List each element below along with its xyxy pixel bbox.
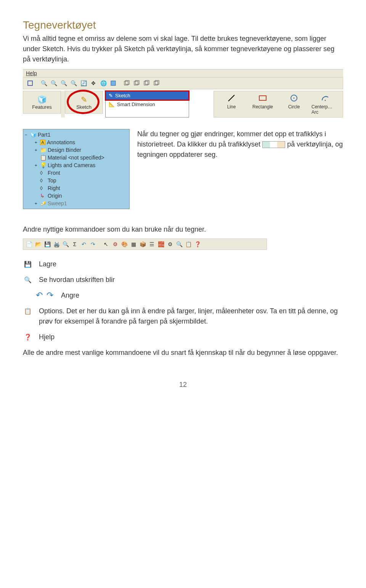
tool-line-label: Line [227,104,236,110]
preview-large-icon: 🔍 [23,275,33,285]
zoom-in-icon[interactable]: 🔍 [39,79,48,87]
sketch-pencil-icon: ✎ [81,95,87,104]
svg-line-10 [228,95,234,101]
texture-icon[interactable]: 🧱 [157,240,165,248]
view-toolbar: 🔍 🔍 🔍 🔍 🔄 ✥ 🌐 [23,77,343,89]
tree-sweep[interactable]: +🧈Sweep1 [23,200,129,207]
tree-lights-label: Lights and Cameras [48,162,95,168]
rotate-icon[interactable]: 🔄 [79,79,88,87]
sketch-tools-bar: Line Rectangle Circle Centerp… Arc [214,91,343,118]
sketch-menu-sketch-label: Sketch [115,93,130,98]
intro-paragraph: Vi må alltid tegne et omriss av delene s… [23,34,343,64]
tool-rectangle[interactable]: Rectangle [249,93,276,115]
sketch-tab-label: Sketch [76,104,92,110]
color-icon[interactable]: 🎨 [120,240,128,248]
options-icon[interactable]: ⚙ [166,240,174,248]
save-large-icon: 💾 [23,259,33,269]
svg-rect-11 [259,96,266,100]
sigma-icon[interactable]: Σ [71,240,79,248]
tree-right[interactable]: ◊Right [23,184,129,192]
line-icon [227,93,236,103]
zoom-out-icon[interactable]: 🔍 [69,79,78,87]
tree-front-label: Front [48,170,60,176]
feature-tree[interactable]: −🧊Part1 +AAnnotations +📁Design Binder 📋M… [23,129,130,209]
help-icon[interactable]: ❓ [193,240,202,248]
circle-icon [289,93,299,103]
traffic-light-icon [262,141,285,148]
help-label: Hjelp [39,332,343,342]
tree-lights[interactable]: +💡Lights and Cameras [23,161,129,169]
tree-material[interactable]: 📋Material <not specified> [23,154,129,161]
tree-annotations-label: Annotations [47,139,75,145]
box-icon[interactable] [109,79,118,87]
menu-help[interactable]: Help [26,70,37,76]
features-tab[interactable]: 🧊 Features [23,91,61,114]
sketch-tab[interactable]: ✎ Sketch [65,91,103,114]
lights-icon: 💡 [40,162,46,168]
tool-line[interactable]: Line [218,93,245,115]
tree-part-label: Part1 [38,132,50,138]
features-label: Features [32,104,51,110]
open-icon[interactable]: 📂 [34,240,42,248]
tree-part[interactable]: −🧊Part1 [23,131,129,139]
arc-icon [321,93,330,103]
undo-icon[interactable]: ↶ [80,240,88,248]
save-icon[interactable]: 💾 [43,240,51,248]
plane-icon: ◊ [40,170,46,176]
sketch-pen-icon: ✎ [109,93,113,98]
wireframe1-icon[interactable] [122,79,132,87]
new-icon[interactable]: 📄 [25,240,33,248]
save-label: Lagre [39,259,343,269]
svg-point-14 [325,100,326,101]
sketch-menu-item-sketch[interactable]: ✎ Sketch [106,91,189,100]
options2-icon[interactable]: 📋 [184,240,193,248]
svg-point-13 [294,98,295,99]
print-icon[interactable]: 🖨️ [52,240,61,248]
search2-icon[interactable]: 🔍 [175,240,183,248]
tree-top[interactable]: ◊Top [23,177,129,184]
tree-designbinder-label: Design Binder [48,147,81,153]
wireframe4-icon[interactable] [152,79,161,87]
plane-icon: ◊ [40,177,46,184]
undo-large-icon: ↶ [34,290,44,300]
rebuild-icon[interactable]: ⚙ [111,240,119,248]
orient-icon[interactable] [26,79,35,87]
commands-heading: Andre nyttige kommandoer som du kan bruk… [23,224,343,235]
redo-icon[interactable]: ↷ [89,240,97,248]
grid-icon[interactable]: ▦ [129,240,138,248]
pan-icon[interactable]: ✥ [89,79,98,87]
preview-icon[interactable]: 🔍 [61,240,70,248]
list-icon[interactable]: ☰ [148,240,156,248]
tool-circle[interactable]: Circle [280,93,308,115]
menu-bar: Help [23,69,343,77]
options-label: Options. Det er her du kan gå inn å endr… [39,306,343,327]
tool-circle-label: Circle [288,104,300,110]
page-title: Tegneverktøyet [23,19,343,31]
tool-centerarc[interactable]: Centerp… Arc [311,93,339,115]
tree-origin-label: Origin [48,193,62,199]
origin-icon: ↳ [40,193,46,199]
part-icon: 🧊 [30,132,36,138]
zoom-fit-icon[interactable]: 🔍 [49,79,58,87]
select-icon[interactable]: ↖ [102,240,110,248]
mid-paragraph: Når du tegner og gjør endringer, kommer … [130,129,343,209]
tree-front[interactable]: ◊Front [23,169,129,177]
undo-label: Angre [61,290,343,301]
material-btn-icon[interactable]: 📦 [138,240,147,248]
wireframe3-icon[interactable] [142,79,151,87]
sketch-dropdown: ✎ Sketch 📐 Smart Dimension [105,91,189,118]
globe-icon[interactable]: 🌐 [99,79,108,87]
tree-origin[interactable]: ↳Origin [23,192,129,200]
tree-sweep-label: Sweep1 [48,200,67,206]
tree-annotations[interactable]: +AAnnotations [23,139,129,146]
svg-rect-0 [28,81,32,85]
options-large-icon: 📋 [23,306,33,316]
sketch-menu-item-smart[interactable]: 📐 Smart Dimension [106,100,189,109]
page-number: 12 [23,381,343,389]
plane-icon: ◊ [40,185,46,191]
wireframe2-icon[interactable] [132,79,141,87]
tool-arc-label: Centerp… Arc [311,104,339,115]
features-icon: 🧊 [37,95,47,104]
tree-designbinder[interactable]: +📁Design Binder [23,146,129,154]
zoom-area-icon[interactable]: 🔍 [59,79,68,87]
